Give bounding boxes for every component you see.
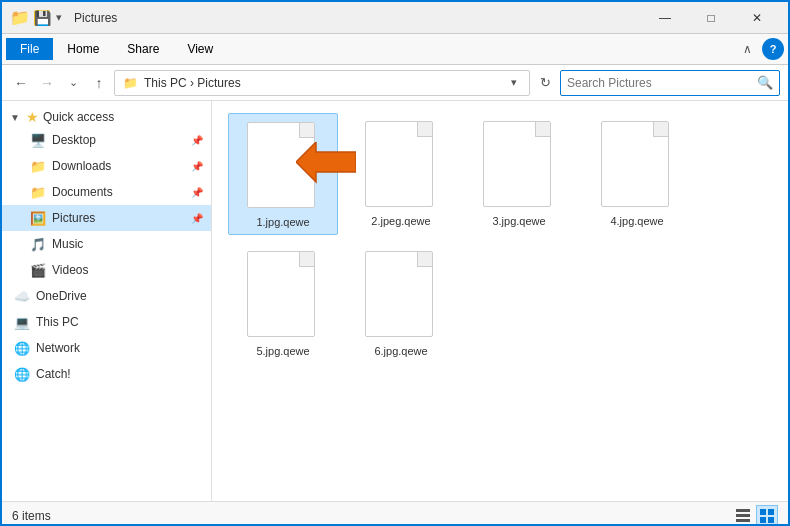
sidebar-item-thispc[interactable]: 💻 This PC bbox=[2, 309, 211, 335]
documents-pin-icon: 📌 bbox=[191, 187, 203, 198]
refresh-button[interactable]: ↻ bbox=[534, 72, 556, 94]
downloads-icon: 📁 bbox=[30, 158, 46, 174]
grid-view-button[interactable] bbox=[756, 505, 778, 527]
minimize-button[interactable]: — bbox=[642, 2, 688, 34]
music-label: Music bbox=[52, 237, 83, 251]
sidebar: ▼ ★ Quick access 🖥️ Desktop 📌 📁 Download… bbox=[2, 101, 212, 501]
forward-button[interactable]: → bbox=[36, 72, 58, 94]
file-item-6[interactable]: 6.jpg.qewe bbox=[346, 243, 456, 363]
address-dropdown-icon[interactable]: ▾ bbox=[507, 76, 521, 89]
tab-home[interactable]: Home bbox=[53, 38, 113, 60]
title-bar: 📁 💾 ▾ Pictures — □ ✕ bbox=[2, 2, 788, 34]
search-icon[interactable]: 🔍 bbox=[757, 75, 773, 90]
file-icon-1 bbox=[247, 122, 319, 212]
svg-rect-7 bbox=[768, 517, 774, 523]
list-view-button[interactable] bbox=[732, 505, 754, 527]
back-button[interactable]: ← bbox=[10, 72, 32, 94]
status-bar: 6 items bbox=[2, 501, 788, 526]
file-page-6 bbox=[365, 251, 433, 337]
ribbon: File Home Share View ∧ ? bbox=[2, 34, 788, 65]
maximize-button[interactable]: □ bbox=[688, 2, 734, 34]
file-name-1: 1.jpg.qewe bbox=[256, 216, 309, 228]
title-dropdown-icon[interactable]: ▾ bbox=[56, 11, 62, 24]
sidebar-item-documents[interactable]: 📁 Documents 📌 bbox=[2, 179, 211, 205]
desktop-label: Desktop bbox=[52, 133, 96, 147]
file-grid: 1.jpg.qewe 2.jpeg.qewe bbox=[228, 113, 772, 363]
file-icon-3 bbox=[483, 121, 555, 211]
svg-rect-5 bbox=[768, 509, 774, 515]
title-bar-icons: 📁 💾 ▾ bbox=[10, 8, 62, 27]
quick-access-star-icon: ★ bbox=[26, 109, 39, 125]
breadcrumb-text: This PC › Pictures bbox=[144, 76, 241, 90]
thispc-label: This PC bbox=[36, 315, 79, 329]
svg-rect-3 bbox=[736, 519, 750, 522]
sidebar-item-network[interactable]: 🌐 Network bbox=[2, 335, 211, 361]
svg-rect-6 bbox=[760, 517, 766, 523]
search-input[interactable] bbox=[567, 76, 757, 90]
file-page-1 bbox=[247, 122, 315, 208]
ribbon-collapse-button[interactable]: ∧ bbox=[737, 42, 758, 56]
breadcrumb-folder-icon: 📁 bbox=[123, 76, 138, 90]
pictures-icon: 🖼️ bbox=[30, 210, 46, 226]
tab-view[interactable]: View bbox=[173, 38, 227, 60]
quick-access-label: Quick access bbox=[43, 110, 114, 124]
file-item-4[interactable]: 4.jpg.qewe bbox=[582, 113, 692, 235]
network-label: Network bbox=[36, 341, 80, 355]
tab-share[interactable]: Share bbox=[113, 38, 173, 60]
music-icon: 🎵 bbox=[30, 236, 46, 252]
thispc-icon: 💻 bbox=[14, 314, 30, 330]
file-item-5[interactable]: 5.jpg.qewe bbox=[228, 243, 338, 363]
file-content: 1.jpg.qewe 2.jpeg.qewe bbox=[212, 101, 788, 501]
sidebar-item-music[interactable]: 🎵 Music bbox=[2, 231, 211, 257]
downloads-pin-icon: 📌 bbox=[191, 161, 203, 172]
network-icon: 🌐 bbox=[14, 340, 30, 356]
address-bar: ← → ⌄ ↑ 📁 This PC › Pictures ▾ ↻ 🔍 bbox=[2, 65, 788, 101]
svg-rect-1 bbox=[736, 509, 750, 512]
sidebar-item-onedrive[interactable]: ☁️ OneDrive bbox=[2, 283, 211, 309]
sidebar-item-catch[interactable]: 🌐 Catch! bbox=[2, 361, 211, 387]
view-toggle bbox=[732, 505, 778, 527]
file-item-wrapper-1: 1.jpg.qewe bbox=[228, 113, 338, 235]
search-box: 🔍 bbox=[560, 70, 780, 96]
tab-file[interactable]: File bbox=[6, 38, 53, 60]
sidebar-item-downloads[interactable]: 📁 Downloads 📌 bbox=[2, 153, 211, 179]
quick-access-chevron: ▼ bbox=[10, 112, 20, 123]
desktop-pin-icon: 📌 bbox=[191, 135, 203, 146]
file-item-2[interactable]: 2.jpeg.qewe bbox=[346, 113, 456, 235]
file-name-2: 2.jpeg.qewe bbox=[371, 215, 430, 227]
address-path[interactable]: 📁 This PC › Pictures ▾ bbox=[114, 70, 530, 96]
desktop-icon: 🖥️ bbox=[30, 132, 46, 148]
main-area: ▼ ★ Quick access 🖥️ Desktop 📌 📁 Download… bbox=[2, 101, 788, 501]
title-save-icon[interactable]: 💾 bbox=[34, 10, 50, 26]
file-item-3[interactable]: 3.jpg.qewe bbox=[464, 113, 574, 235]
file-item-1[interactable]: 1.jpg.qewe bbox=[228, 113, 338, 235]
sidebar-item-videos[interactable]: 🎬 Videos bbox=[2, 257, 211, 283]
up-button[interactable]: ↑ bbox=[88, 72, 110, 94]
onedrive-icon: ☁️ bbox=[14, 288, 30, 304]
file-name-5: 5.jpg.qewe bbox=[256, 345, 309, 357]
svg-rect-4 bbox=[760, 509, 766, 515]
title-quick-access-icon: 📁 bbox=[10, 8, 30, 27]
videos-label: Videos bbox=[52, 263, 88, 277]
ribbon-help-button[interactable]: ? bbox=[762, 38, 784, 60]
file-icon-5 bbox=[247, 251, 319, 341]
window-controls: — □ ✕ bbox=[642, 2, 780, 34]
catch-label: Catch! bbox=[36, 367, 71, 381]
status-item-count: 6 items bbox=[12, 509, 724, 523]
svg-rect-2 bbox=[736, 514, 750, 517]
sidebar-item-pictures[interactable]: 🖼️ Pictures 📌 bbox=[2, 205, 211, 231]
file-page-5 bbox=[247, 251, 315, 337]
file-page-3 bbox=[483, 121, 551, 207]
quick-access-header[interactable]: ▼ ★ Quick access bbox=[2, 105, 211, 127]
documents-icon: 📁 bbox=[30, 184, 46, 200]
file-name-4: 4.jpg.qewe bbox=[610, 215, 663, 227]
onedrive-label: OneDrive bbox=[36, 289, 87, 303]
window-title: Pictures bbox=[74, 11, 642, 25]
recent-button[interactable]: ⌄ bbox=[62, 72, 84, 94]
close-button[interactable]: ✕ bbox=[734, 2, 780, 34]
sidebar-item-desktop[interactable]: 🖥️ Desktop 📌 bbox=[2, 127, 211, 153]
pictures-label: Pictures bbox=[52, 211, 95, 225]
videos-icon: 🎬 bbox=[30, 262, 46, 278]
file-page-2 bbox=[365, 121, 433, 207]
list-view-icon bbox=[736, 509, 750, 523]
